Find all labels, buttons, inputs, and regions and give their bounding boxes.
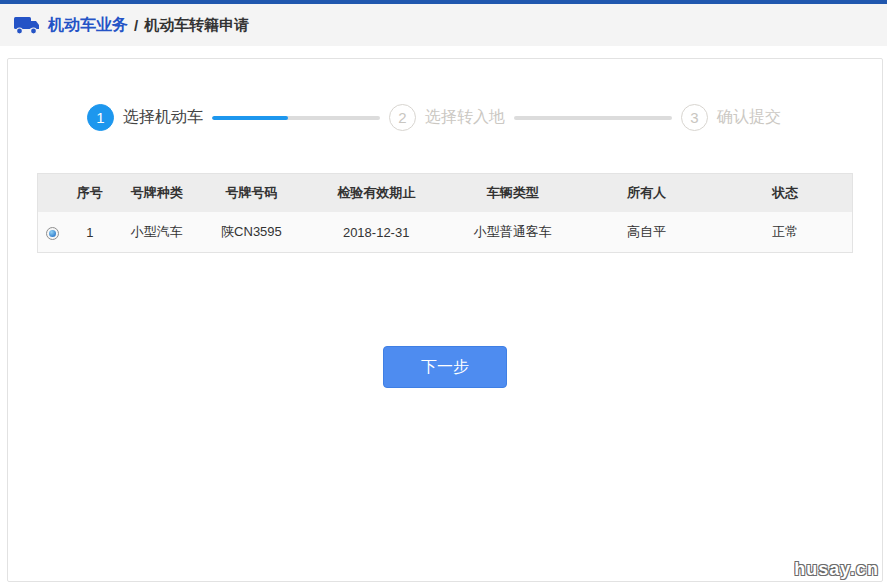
- step-progress-fill: [212, 116, 288, 120]
- step-3-circle: 3: [681, 104, 708, 131]
- truck-icon: [14, 15, 40, 35]
- col-header-plate-number: 号牌号码: [202, 184, 302, 202]
- col-header-inspection-valid-until: 检验有效期止: [301, 184, 451, 202]
- cell-inspection-valid-until: 2018-12-31: [301, 225, 451, 240]
- cell-vehicle-type: 小型普通客车: [451, 223, 575, 241]
- step-2-circle: 2: [389, 104, 416, 131]
- main-panel: 1 选择机动车 2 选择转入地 3 确认提交 序号 号牌种类 号牌号码 检验有效…: [7, 58, 883, 582]
- step-3-label: 确认提交: [717, 107, 781, 128]
- col-header-plate-type: 号牌种类: [112, 184, 202, 202]
- cell-seq: 1: [68, 225, 112, 240]
- row-select-radio[interactable]: [46, 227, 59, 240]
- radio-selected-dot: [49, 230, 56, 237]
- col-header-owner: 所有人: [575, 184, 719, 202]
- step-1-circle: 1: [87, 104, 114, 131]
- watermark: husay.cn: [794, 559, 879, 580]
- breadcrumb: 机动车业务 / 机动车转籍申请: [0, 4, 887, 46]
- cell-status: 正常: [718, 223, 852, 241]
- step-1-select-vehicle: 1 选择机动车: [87, 104, 203, 131]
- col-header-seq: 序号: [68, 184, 112, 202]
- col-header-vehicle-type: 车辆类型: [451, 184, 575, 202]
- step-1-label: 选择机动车: [123, 107, 203, 128]
- step-2-select-destination: 2 选择转入地: [389, 104, 505, 131]
- step-progress-line-1: [212, 116, 380, 120]
- cell-owner: 高自平: [575, 223, 719, 241]
- step-progress-line-2: [514, 116, 672, 120]
- col-header-status: 状态: [718, 184, 852, 202]
- table-header-row: 序号 号牌种类 号牌号码 检验有效期止 车辆类型 所有人 状态: [38, 174, 852, 212]
- next-step-button[interactable]: 下一步: [383, 346, 507, 388]
- breadcrumb-separator: /: [134, 17, 138, 34]
- stepper: 1 选择机动车 2 选择转入地 3 确认提交: [8, 59, 882, 131]
- step-3-confirm-submit: 3 确认提交: [681, 104, 781, 131]
- cell-plate-number: 陕CN3595: [202, 223, 302, 241]
- step-2-label: 选择转入地: [425, 107, 505, 128]
- page-title: 机动车转籍申请: [144, 16, 249, 35]
- vehicle-table: 序号 号牌种类 号牌号码 检验有效期止 车辆类型 所有人 状态 1 小型汽车 陕…: [37, 173, 853, 253]
- table-row[interactable]: 1 小型汽车 陕CN3595 2018-12-31 小型普通客车 高自平 正常: [38, 212, 852, 252]
- breadcrumb-section: 机动车业务: [48, 15, 128, 36]
- cell-plate-type: 小型汽车: [112, 223, 202, 241]
